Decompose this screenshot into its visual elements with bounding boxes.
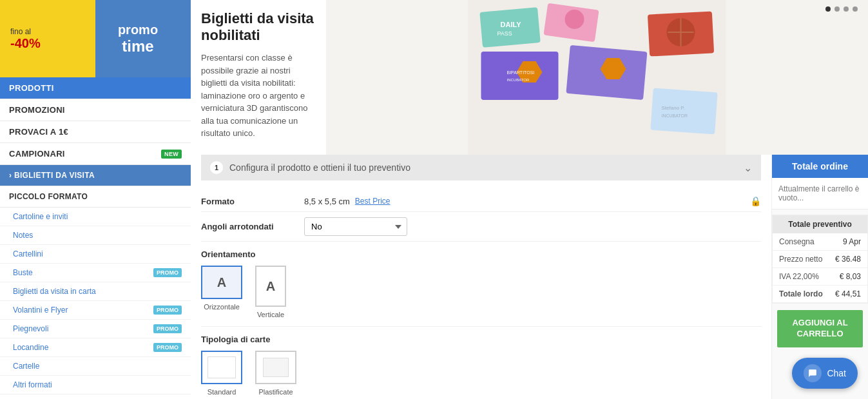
chat-button[interactable]: Chat — [792, 358, 858, 389]
consegna-value: 9 Apr — [843, 237, 861, 246]
add-to-cart-button[interactable]: Aggiungi al Carrello — [777, 310, 863, 347]
iva-value: € 8,03 — [840, 272, 861, 281]
sidebar-sub-notes[interactable]: Notes — [0, 226, 191, 245]
orientation-vertical[interactable]: A Verticale — [255, 266, 286, 318]
tipologia-row: Tipologia di carte Standard — [201, 327, 761, 399]
angoli-row: Angoli arrotondati No Sì — [201, 212, 761, 242]
sidebar-sub-biglietti-carta[interactable]: Biglietti da visita in carta — [0, 282, 191, 301]
carousel-dot-1[interactable] — [825, 6, 831, 12]
angoli-label: Angoli arrotondati — [201, 222, 304, 231]
orientamento-label: Orientamento — [201, 249, 761, 259]
prezzo-netto-value: € 36.48 — [835, 255, 861, 264]
sub-item-label: Cartellini — [13, 249, 43, 258]
sidebar-item-campionari[interactable]: Campionari NEW — [0, 143, 191, 165]
badge-promo: PROMO — [153, 324, 182, 333]
configurator-area: 1 Configura il prodotto e ottieni il tuo… — [191, 155, 771, 399]
svg-rect-16 — [650, 88, 717, 135]
row-totale-lordo: Totale lordo € 44,51 — [773, 286, 867, 303]
formato-label: Formato — [201, 197, 304, 206]
product-svg: DAILY PASS BIPARTITOSI INCUBATOR — [326, 0, 868, 155]
hero-section: Biglietti da visita nobilitati Presentar… — [191, 0, 868, 155]
svg-text:INCUBATOR: INCUBATOR — [662, 113, 688, 118]
vertical-letter: A — [266, 279, 275, 294]
sub-item-label: Locandine — [13, 343, 48, 352]
carousel-dot-3[interactable] — [844, 6, 849, 12]
carousel-dot-4[interactable] — [853, 6, 858, 12]
formato-row: Formato 8,5 x 5,5 cm Best Price 🔒 — [201, 191, 761, 212]
totale-preventivo-header: Totale preventivo — [773, 215, 867, 233]
sidebar-sub-altri[interactable]: Altri formati — [0, 376, 191, 394]
sidebar-item-label: Promozioni — [9, 105, 65, 115]
carousel-dot-2[interactable] — [834, 6, 840, 12]
totale-preventivo-section: Totale preventivo Consegna 9 Apr Prezzo … — [772, 215, 868, 304]
svg-text:DAILY: DAILY — [501, 21, 522, 28]
sub-item-label: Notes — [13, 231, 33, 240]
best-price-link[interactable]: Best Price — [355, 197, 391, 206]
horizontal-caption: Orizzontale — [204, 303, 240, 311]
sidebar-sub-cartellini[interactable]: Cartellini — [0, 245, 191, 264]
formato-size: 8,5 x 5,5 cm — [304, 197, 350, 206]
configurator: 1 Configura il prodotto e ottieni il tuo… — [191, 155, 771, 399]
plastificate-box — [255, 351, 296, 384]
consegna-label: Consegna — [779, 237, 815, 246]
sidebar-item-label: Prodotti — [9, 83, 54, 93]
standard-box — [201, 351, 242, 384]
vertical-caption: Verticale — [257, 311, 284, 318]
plastificate-inner — [263, 358, 289, 377]
orientation-options: A Orizzontale A Verticale — [201, 266, 761, 318]
promo-fino-text: fino al — [10, 27, 31, 36]
angoli-select[interactable]: No Sì — [304, 217, 407, 236]
sub-item-label: Cartelle — [13, 362, 39, 371]
sub-item-label: Volantini e Flyer — [13, 306, 68, 315]
orientation-horizontal[interactable]: A Orizzontale — [201, 266, 242, 318]
svg-point-5 — [565, 10, 584, 29]
sidebar-item-piccolo[interactable]: Piccolo Formato — [0, 186, 191, 208]
chat-icon — [804, 364, 822, 382]
svg-text:PASS: PASS — [497, 30, 512, 37]
sidebar-sub-cartoline[interactable]: Cartoline e inviti — [0, 208, 191, 226]
sidebar-sub-locandine[interactable]: Locandine PROMO — [0, 338, 191, 357]
tipologia-plastificate[interactable]: Plastificate — [255, 351, 296, 396]
sidebar-sub-volantini[interactable]: Volantini e Flyer PROMO — [0, 301, 191, 320]
standard-inner — [207, 356, 236, 378]
promo-right: promo time — [95, 23, 180, 55]
sub-item-label: Biglietti da visita in carta — [13, 287, 96, 296]
step-number: 1 — [210, 161, 223, 174]
sub-item-label: Piegnevoli — [13, 324, 48, 333]
sidebar-item-label: Piccolo Formato — [9, 192, 88, 201]
sidebar-item-label: › Biglietti da visita — [9, 171, 95, 180]
totale-ordine-header: Totale ordine — [772, 155, 868, 178]
horizontal-letter: A — [217, 275, 226, 290]
sidebar-sub-cartelle[interactable]: Cartelle — [0, 357, 191, 376]
hero-title: Biglietti da visita nobilitati — [201, 10, 316, 44]
sidebar-item-promozioni[interactable]: Promozioni — [0, 99, 191, 121]
sidebar-sub-buste[interactable]: Buste PROMO — [0, 264, 191, 282]
sidebar-item-prodotti[interactable]: Prodotti — [0, 77, 191, 99]
config-header[interactable]: 1 Configura il prodotto e ottieni il tuo… — [201, 155, 761, 180]
sidebar-item-biglietti[interactable]: › Biglietti da visita — [0, 165, 191, 186]
prezzo-netto-label: Prezzo netto — [779, 255, 822, 264]
svg-text:BIPARTITOSI: BIPARTITOSI — [507, 70, 535, 75]
tipologia-standard[interactable]: Standard — [201, 351, 242, 396]
totale-lordo-value: € 44,51 — [835, 289, 861, 298]
badge-promo: PROMO — [153, 343, 182, 352]
badge-promo: PROMO — [153, 306, 182, 315]
cart-empty-text: Attualmente il carrello è vuoto... — [772, 178, 868, 209]
promo-left: fino al -40% — [10, 27, 95, 51]
sidebar: fino al -40% promo time Prodotti Promozi… — [0, 0, 191, 399]
sidebar-item-label: Provaci a 1€ — [9, 127, 68, 137]
horizontal-box: A — [201, 266, 242, 299]
vertical-box: A — [255, 266, 286, 307]
product-image: DAILY PASS BIPARTITOSI INCUBATOR — [326, 0, 868, 155]
promo-label: promo — [118, 23, 158, 37]
angoli-value: No Sì — [304, 217, 761, 236]
tipologia-label: Tipologia di carte — [201, 335, 761, 344]
sidebar-sub-piegnevoli[interactable]: Piegnevoli PROMO — [0, 320, 191, 338]
sub-item-label: Cartoline e inviti — [13, 212, 68, 221]
sidebar-item-provaci[interactable]: Provaci a 1€ — [0, 121, 191, 143]
orientamento-row: Orientamento A Orizzontale A — [201, 242, 761, 327]
sidebar-item-riviste[interactable]: Riviste, Libri, C... PROMO — [0, 394, 191, 399]
formato-value: 8,5 x 5,5 cm Best Price 🔒 — [304, 196, 761, 206]
carousel-dots — [825, 6, 858, 12]
badge-new: NEW — [161, 150, 182, 159]
